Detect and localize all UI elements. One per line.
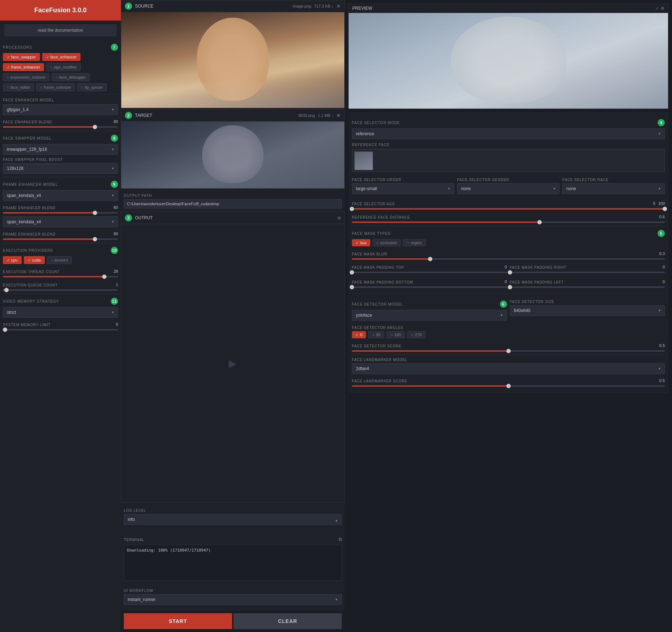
face-selector-race-select[interactable]: none [562,183,665,194]
target-header: 2 TARGET 9832.png 1.1 MB ↓ ✕ [121,110,344,122]
doc-button[interactable]: read the documentation [4,24,117,36]
face-swapper-pixel-boost-select[interactable]: 128x128 [3,163,118,174]
execution-queue-slider[interactable] [3,289,118,291]
face-enhancer-model-select[interactable]: gfpgan_1.4 [3,104,118,115]
face-enhancer-blend-slider[interactable] [3,126,118,128]
right-panel: PREVIEW ⤢ ⚙ FACE SELECTOR MODE 4 [345,0,672,632]
execution-providers-header: EXECUTION PROVIDERS 10 [3,247,118,254]
video-icon: ▶ [229,357,237,369]
face-detector-model-select[interactable]: yoloface [352,310,507,321]
face-mask-padding-left-slider[interactable] [510,286,665,288]
chip-face-swapper[interactable]: ✓ face_swapper [3,53,40,61]
start-button[interactable]: START [124,613,232,629]
divider [3,94,118,95]
source-title: 1 SOURCE [125,3,153,10]
chip-age-modifier[interactable]: ○ age_modifier [46,63,81,71]
face-mask-padding-top-slider[interactable] [352,272,507,273]
output-path-input[interactable] [124,199,342,209]
chip-region[interactable]: ○ region [403,239,426,246]
log-level-select-wrapper: info debug warning error [124,514,342,528]
face-swapper-model-select-wrapper: inswapper_128_fp16 [3,144,118,155]
ui-workflow-select-wrapper: instant_runner [124,594,342,605]
system-memory-limit-row: SYSTEM MEMORY LIMIT 0 [3,320,118,328]
source-close[interactable]: ✕ [336,3,341,9]
face-mask-padding-right-slider[interactable] [510,272,665,273]
face-mask-padding-bottom-slider[interactable] [352,286,507,288]
right-controls: FACE SELECTOR MODE 4 reference REFERENCE… [348,112,668,393]
face-selector-mode-header: FACE SELECTOR MODE 4 [352,119,665,126]
left-scroll-area: PROCESSORS 7 ✓ face_swapper ✓ face_enhan… [0,40,121,632]
chip-angle-180[interactable]: ○ 180 [387,331,405,338]
preview-expand-icon[interactable]: ⤢ [655,6,659,11]
face-selector-gender-select[interactable]: none [457,183,560,194]
ui-workflow-select[interactable]: instant_runner [124,594,342,605]
copy-icon[interactable]: ⧉ [338,216,341,220]
face-swapper-model-select[interactable]: inswapper_128_fp16 [3,144,118,155]
system-memory-slider[interactable] [3,329,118,330]
chip-expression-restorer[interactable]: ○ expression_restorer [3,73,49,81]
chip-angle-270[interactable]: ○ 270 [407,331,426,338]
chip-frame-colorizer[interactable]: ○ frame_colorizer [36,83,75,91]
reference-face-distance-slider[interactable] [352,221,665,223]
frame-enhancer-blend2-slider[interactable] [3,238,118,240]
face-landmarker-model-select[interactable]: 2dfan4 [352,363,665,374]
left-panel: FaceFusion 3.0.0 read the documentation … [0,0,121,632]
face-selector-order-select[interactable]: large-small [352,183,454,194]
face-selector-mode-select[interactable]: reference [352,128,665,139]
chip-frame-enhancer[interactable]: ✓ frame_enhancer [3,63,44,71]
chip-face-enhancer[interactable]: ✓ face_enhancer [42,53,81,61]
face-landmarker-score-row: FACE LANDMARKER SCORE 0.5 [352,376,665,385]
badge-4: 4 [658,119,665,126]
face-mask-types-header: FACE MASK TYPES 5 [352,230,665,237]
terminal-copy-icon[interactable]: ⧉ [339,536,342,542]
divider [3,177,118,177]
face-mask-blur-slider[interactable] [352,258,665,260]
clear-button[interactable]: CLEAR [234,613,342,629]
output-title: 3 OUTPUT [125,214,153,221]
bottom-bar: START CLEAR [121,610,345,632]
divider [3,131,118,131]
preview-box: PREVIEW ⤢ ⚙ [348,4,668,109]
chip-angle-0[interactable]: ✓ 0 [352,331,366,338]
face-selector-row1: FACE SELECTOR ORDER large-small FACE SEL… [352,175,665,196]
chip-lip-syncer[interactable]: ○ lip_syncer [77,83,107,91]
badge-7: 7 [111,44,118,51]
frame-enhancer-model2-select[interactable]: span_kendata_x4 [3,216,118,227]
badge-11: 11 [111,298,118,305]
badge-6: 6 [500,300,507,308]
frame-enhancer-model-header: FRAME ENHANCER MODEL 9 [3,181,118,188]
processors-section-header: PROCESSORS 7 [3,44,118,51]
face-detector-size-select[interactable]: 640x640 [510,305,665,316]
chip-face-editor[interactable]: ○ face_editor [3,83,34,91]
preview-header: PREVIEW ⤢ ⚙ [349,4,668,13]
face-selector-mode-select-wrapper: reference [352,128,665,139]
target-close[interactable]: ✕ [336,113,341,118]
face-selector-age-slider[interactable] [352,208,665,210]
frame-enhancer-blend-slider[interactable] [3,212,118,214]
face-detector-size-wrapper: 640x640 [510,305,665,316]
output-path-section: OUTPUT PATH [121,189,345,211]
face-detector-score-slider[interactable] [352,350,665,352]
execution-thread-slider[interactable] [3,276,118,277]
badge-9: 9 [111,181,118,188]
chip-occlusion[interactable]: ○ occlusion [372,239,401,246]
chip-box[interactable]: ✓ box [352,239,370,246]
log-level-select[interactable]: info debug warning error [124,514,342,525]
face-detector-angles-group: ✓ 0 ○ 90 ○ 180 ○ 270 [352,331,665,338]
face-landmarker-score-slider[interactable] [352,385,665,387]
video-memory-header: VIDEO MEMORY STRATEGY 11 [3,298,118,305]
chip-cuda[interactable]: ✓ cuda [24,256,45,264]
chip-cpu[interactable]: ✓ cpu [3,256,22,264]
chip-tensorrt[interactable]: ○ tensorrt [47,256,72,264]
source-header: 1 SOURCE image.png 717.3 KB ↓ ✕ [121,0,344,12]
chip-angle-90[interactable]: ○ 90 [368,331,384,338]
face-selector-race-wrapper: none [562,183,665,194]
chip-face-debugger[interactable]: ○ face_debugger [52,73,90,81]
face-detector-score-row: FACE DETECTOR SCORE 0.5 [352,341,665,350]
output-content: ▶ [121,224,344,502]
frame-enhancer-model-select[interactable]: span_kendata_x4 [3,190,118,201]
preview-gear-icon[interactable]: ⚙ [661,6,664,11]
video-memory-select[interactable]: strict [3,307,118,318]
processors-group: ✓ face_swapper ✓ face_enhancer ✓ frame_e… [3,53,118,91]
face-enhancer-model-header: FACE ENHANCER MODEL [3,98,118,102]
